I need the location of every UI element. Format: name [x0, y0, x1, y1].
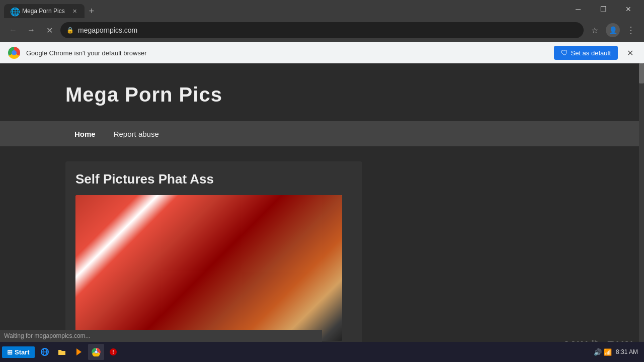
tab-area: 🌐 Mega Porn Pics ✕ +	[4, 0, 565, 18]
taskbar-right: 🔊 📶 8:31 AM	[594, 348, 642, 356]
taskbar: ⊞ Start ! 🔊 📶	[0, 342, 644, 362]
scrollbar-thumb[interactable]	[639, 63, 644, 83]
nav-report-abuse[interactable]: Report abuse	[105, 121, 168, 146]
site-header: Mega Porn Pics	[0, 63, 644, 121]
bookmark-button[interactable]: ☆	[588, 23, 602, 37]
scrollbar[interactable]	[639, 63, 644, 362]
default-browser-message: Google Chrome isn't your default browser	[26, 49, 548, 57]
new-tab-button[interactable]: +	[85, 4, 99, 18]
status-text: Waiting for megapornpics.com...	[4, 332, 91, 339]
taskbar-media-icon[interactable]	[71, 344, 87, 360]
set-default-button[interactable]: 🛡 Set as default	[554, 46, 618, 60]
reload-button[interactable]: ✕	[42, 23, 56, 37]
close-tab-button[interactable]: ✕	[70, 7, 78, 15]
post-image-placeholder	[75, 195, 342, 341]
volume-icon[interactable]: 🔊	[594, 348, 602, 356]
post-card: Self Pictures Phat Ass	[65, 161, 362, 351]
close-window-button[interactable]: ✕	[617, 1, 640, 17]
address-bar: ← → ✕ 🔒 megapornpics.com ☆ 👤 ⋮	[0, 18, 644, 42]
back-button[interactable]: ←	[6, 23, 20, 37]
status-bar: Waiting for megapornpics.com...	[0, 330, 322, 342]
tab-title: Mega Porn Pics	[22, 8, 66, 15]
nav-home[interactable]: Home	[65, 121, 105, 146]
taskbar-pinned-icons: !	[37, 344, 121, 360]
url-bar[interactable]: 🔒 megapornpics.com	[60, 22, 584, 38]
minimize-button[interactable]: ─	[567, 1, 590, 17]
start-button[interactable]: ⊞ Start	[2, 346, 35, 358]
taskbar-antivirus-icon[interactable]: !	[105, 344, 121, 360]
post-title: Self Pictures Phat Ass	[75, 171, 352, 187]
page-content: Mega Porn Pics Home Report abuse Self Pi…	[0, 63, 644, 362]
chrome-logo-icon	[8, 47, 20, 59]
start-label: Start	[15, 348, 30, 356]
default-browser-bar: Google Chrome isn't your default browser…	[0, 42, 644, 63]
taskbar-ie-icon[interactable]	[37, 344, 53, 360]
maximize-button[interactable]: ❐	[592, 1, 615, 17]
taskbar-chrome-icon[interactable]	[88, 344, 104, 360]
svg-text:!: !	[112, 349, 114, 355]
title-bar: 🌐 Mega Porn Pics ✕ + ─ ❐ ✕	[0, 0, 644, 18]
forward-button[interactable]: →	[24, 23, 38, 37]
shield-icon: 🛡	[561, 49, 568, 57]
system-clock: 8:31 AM	[616, 348, 638, 355]
svg-marker-5	[76, 348, 82, 355]
url-display: megapornpics.com	[78, 26, 578, 34]
start-icon: ⊞	[7, 348, 13, 356]
svg-point-8	[95, 351, 97, 353]
network-icon[interactable]: 📶	[604, 348, 612, 356]
window-controls: ─ ❐ ✕	[567, 1, 640, 17]
active-tab[interactable]: 🌐 Mega Porn Pics ✕	[4, 4, 85, 18]
menu-button[interactable]: ⋮	[624, 23, 638, 37]
system-tray-icons: 🔊 📶	[594, 348, 612, 356]
nav-bar: Home Report abuse	[0, 121, 644, 146]
post-image	[75, 195, 342, 341]
security-icon: 🔒	[66, 27, 74, 34]
close-notification-button[interactable]: ✕	[624, 47, 636, 59]
taskbar-folder-icon[interactable]	[54, 344, 70, 360]
tab-favicon: 🌐	[10, 7, 18, 15]
profile-button[interactable]: 👤	[606, 23, 620, 37]
site-title: Mega Porn Pics	[65, 83, 579, 106]
